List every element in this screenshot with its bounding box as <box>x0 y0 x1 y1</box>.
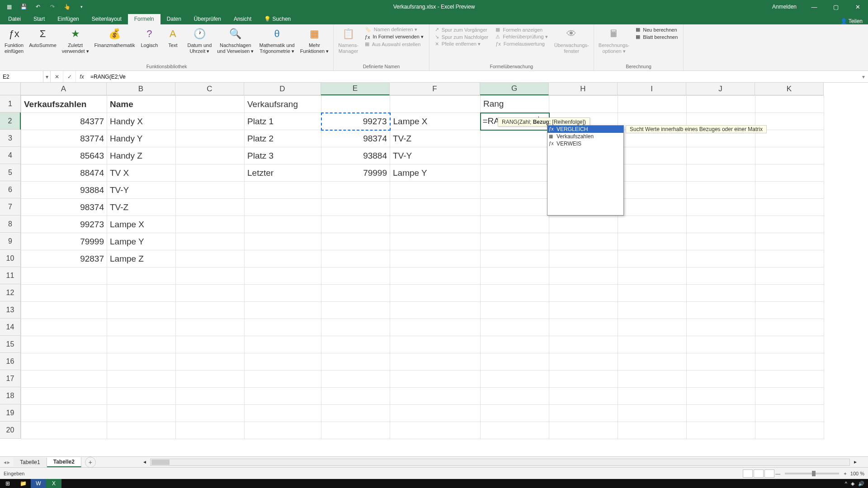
cell[interactable] <box>21 388 107 405</box>
maximize-button[interactable]: ▢ <box>826 0 846 14</box>
cell[interactable] <box>245 388 321 405</box>
cell[interactable] <box>481 216 549 233</box>
cell[interactable]: 85643 <box>21 147 107 164</box>
use-in-formula-button[interactable]: ƒxIn Formel verwenden ▾ <box>363 33 425 40</box>
signin-button[interactable]: Anmelden <box>766 4 803 10</box>
tray-up-icon[interactable]: ^ <box>845 481 847 487</box>
column-header[interactable]: C <box>175 83 244 95</box>
close-button[interactable]: ✕ <box>847 0 868 14</box>
cell[interactable] <box>549 285 618 302</box>
cell[interactable] <box>755 147 824 164</box>
row-header[interactable]: 5 <box>0 164 21 181</box>
qat-dropdown-icon[interactable]: ▾ <box>76 1 87 12</box>
column-header[interactable]: J <box>686 83 755 95</box>
more-functions-button[interactable]: ▦Mehr Funktionen ▾ <box>297 25 331 55</box>
cell[interactable] <box>245 233 321 250</box>
autocomplete-dropdown[interactable]: ƒxVERGLEICH ▦Verkaufszahlen ƒxVERWEIS <box>547 125 624 216</box>
cell[interactable] <box>176 422 245 439</box>
cell[interactable] <box>390 405 481 422</box>
cell[interactable] <box>321 302 390 319</box>
row-header[interactable]: 19 <box>0 404 21 422</box>
name-box[interactable] <box>0 71 43 82</box>
cell[interactable] <box>21 353 107 371</box>
cell[interactable] <box>687 422 755 439</box>
cell[interactable] <box>245 182 321 199</box>
cell[interactable]: 88474 <box>21 164 107 182</box>
cell[interactable] <box>755 164 824 182</box>
column-header[interactable]: H <box>549 83 618 95</box>
cell[interactable] <box>755 336 824 353</box>
cell[interactable]: 93884 <box>321 147 390 164</box>
row-header[interactable]: 6 <box>0 181 21 198</box>
row-header[interactable]: 17 <box>0 370 21 387</box>
show-formulas-button[interactable]: ▦Formeln anzeigen <box>494 26 550 33</box>
cell[interactable] <box>687 336 755 353</box>
cell[interactable] <box>618 199 687 216</box>
undo-icon[interactable]: ↶ <box>33 1 43 12</box>
cell[interactable] <box>755 216 824 233</box>
cell[interactable] <box>176 250 245 267</box>
cell[interactable] <box>618 96 687 113</box>
cell[interactable] <box>755 405 824 422</box>
cell[interactable]: 99273 <box>321 113 390 130</box>
row-header[interactable]: 4 <box>0 147 21 164</box>
formula-input[interactable] <box>88 71 859 82</box>
cell[interactable] <box>618 353 687 371</box>
cell[interactable] <box>107 267 176 285</box>
fx-icon[interactable]: fx <box>76 71 88 82</box>
hscroll-left-icon[interactable]: ◂ <box>143 459 146 465</box>
row-header[interactable]: 15 <box>0 336 21 353</box>
trace-dependents-button[interactable]: ↘Spur zum Nachfolger <box>433 33 490 40</box>
autocomplete-item[interactable]: ▦Verkaufszahlen <box>547 133 623 140</box>
calc-options-button[interactable]: 🖩Berechnungs- optionen ▾ <box>596 25 632 55</box>
start-button[interactable]: ⊞ <box>0 479 15 488</box>
cell[interactable] <box>481 250 549 267</box>
column-header[interactable]: K <box>755 83 824 95</box>
cancel-icon[interactable]: ✕ <box>51 71 63 82</box>
cell[interactable] <box>176 96 245 113</box>
cell[interactable]: Lampe X <box>107 216 176 233</box>
cell[interactable] <box>618 285 687 302</box>
cell[interactable] <box>687 302 755 319</box>
cell[interactable] <box>481 130 549 147</box>
cell[interactable]: Rang <box>481 96 549 113</box>
cell[interactable] <box>687 267 755 285</box>
cell[interactable] <box>687 216 755 233</box>
cell[interactable]: 92837 <box>21 250 107 267</box>
cell[interactable] <box>176 216 245 233</box>
cell[interactable] <box>618 250 687 267</box>
cell[interactable] <box>176 319 245 336</box>
cell[interactable] <box>549 96 618 113</box>
cell[interactable] <box>176 285 245 302</box>
cell[interactable]: 83774 <box>21 130 107 147</box>
cell[interactable] <box>687 233 755 250</box>
cell[interactable] <box>321 336 390 353</box>
cell[interactable] <box>481 302 549 319</box>
page-break-icon[interactable] <box>764 469 774 478</box>
expand-formula-bar-icon[interactable]: ▾ <box>859 71 868 82</box>
row-header[interactable]: 20 <box>0 422 21 439</box>
cell[interactable] <box>687 319 755 336</box>
row-header[interactable]: 1 <box>0 95 21 113</box>
column-header[interactable]: G <box>480 83 549 95</box>
cell[interactable]: TV X <box>107 164 176 182</box>
cell[interactable] <box>687 285 755 302</box>
cell[interactable] <box>618 319 687 336</box>
minimize-button[interactable]: ― <box>804 0 825 14</box>
column-header[interactable]: E <box>321 83 390 95</box>
touch-icon[interactable]: 👆 <box>61 1 72 12</box>
column-header[interactable]: B <box>107 83 175 95</box>
cell[interactable]: Platz 3 <box>245 147 321 164</box>
row-header[interactable]: 10 <box>0 250 21 267</box>
cell[interactable]: Handy Y <box>107 130 176 147</box>
cell[interactable] <box>245 267 321 285</box>
cell[interactable]: Letzter <box>245 164 321 182</box>
cell[interactable]: Lampe Z <box>107 250 176 267</box>
cell[interactable] <box>107 353 176 371</box>
cell[interactable] <box>549 216 618 233</box>
cell[interactable] <box>321 199 390 216</box>
autocomplete-item[interactable]: ƒxVERGLEICH <box>547 126 623 133</box>
cell[interactable] <box>618 164 687 182</box>
text-button[interactable]: AText <box>161 25 184 50</box>
file-explorer-icon[interactable]: 📁 <box>15 479 31 488</box>
